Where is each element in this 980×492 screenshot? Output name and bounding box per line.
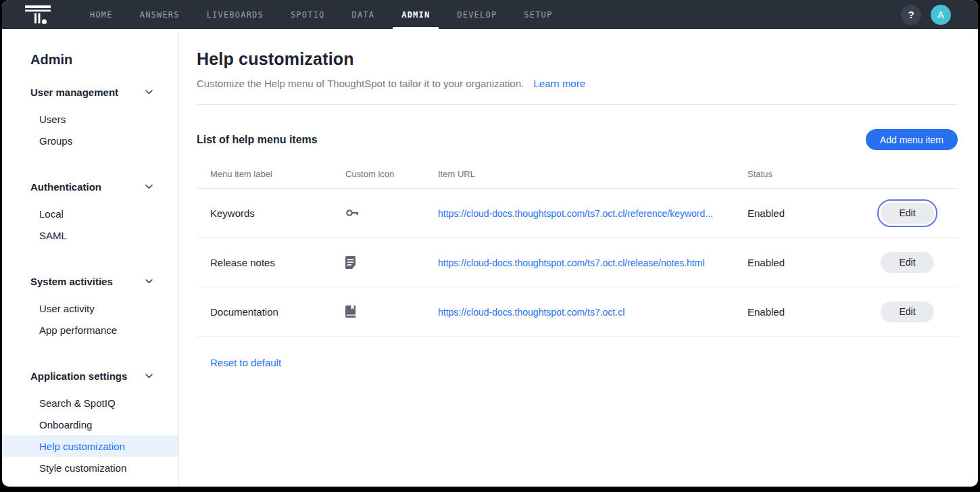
- item-url-link[interactable]: https://cloud-docs.thoughtspot.com/ts7.o…: [438, 257, 705, 268]
- help-button[interactable]: ?: [901, 5, 921, 25]
- page-subtitle: Customize the Help menu of ThoughtSpot t…: [197, 78, 958, 89]
- item-url-link[interactable]: https://cloud-docs.thoughtspot.com/ts7.o…: [438, 208, 713, 219]
- nav-item-setup[interactable]: SETUP: [510, 0, 566, 29]
- sidebar-item-user-activity[interactable]: User activity: [2, 297, 178, 319]
- nav-item-spotiq[interactable]: SPOTIQ: [277, 0, 339, 29]
- avatar[interactable]: A: [931, 5, 951, 25]
- nav-menu: HOME ANSWERS LIVEBOARDS SPOTIQ DATA ADMI…: [76, 0, 566, 29]
- reset-to-default-link[interactable]: Reset to default: [210, 357, 281, 368]
- table-header-row: Menu item label Custom icon Item URL Sta…: [197, 169, 958, 189]
- sidebar-item-style-customization[interactable]: Style customization: [2, 457, 178, 478]
- key-icon: [345, 207, 438, 218]
- nav-item-admin[interactable]: ADMIN: [388, 0, 443, 29]
- sidebar-item-groups[interactable]: Groups: [2, 130, 178, 151]
- sidebar-header-application-settings[interactable]: Application settings: [2, 365, 178, 387]
- nav-item-develop[interactable]: DEVELOP: [443, 0, 510, 29]
- sidebar-title: Admin: [30, 52, 178, 68]
- chevron-down-icon: [145, 374, 153, 378]
- thoughtspot-logo-icon: [23, 3, 53, 27]
- edit-button[interactable]: Edit: [881, 252, 934, 273]
- nav-item-liveboards[interactable]: LIVEBOARDS: [193, 0, 277, 29]
- status-text: Enabled: [748, 207, 869, 219]
- status-text: Enabled: [748, 257, 869, 268]
- edit-button-focus-ring: Edit: [877, 199, 937, 227]
- table-row: Keywords https://cloud-docs.thoughtspot.…: [197, 189, 958, 238]
- col-header-menu-item-label: Menu item label: [210, 169, 345, 179]
- help-menu-table: Menu item label Custom icon Item URL Sta…: [197, 169, 958, 337]
- item-url-link[interactable]: https://cloud-docs.thoughtspot.com/ts7.o…: [438, 307, 624, 318]
- page-title: Help customization: [197, 49, 958, 69]
- nav-item-home[interactable]: HOME: [76, 0, 126, 29]
- sidebar-header-user-management[interactable]: User management: [2, 81, 178, 103]
- col-header-custom-icon: Custom icon: [345, 169, 438, 179]
- sidebar-header-system-activities[interactable]: System activities: [2, 270, 178, 292]
- col-header-status: Status: [748, 169, 869, 179]
- sidebar-item-onboarding[interactable]: Onboarding: [2, 414, 178, 435]
- edit-button[interactable]: Edit: [881, 203, 934, 224]
- book-icon: [345, 305, 438, 318]
- menu-item-label: Release notes: [210, 257, 345, 268]
- menu-item-label: Documentation: [210, 306, 345, 318]
- sidebar-header-authentication[interactable]: Authentication: [2, 176, 178, 197]
- learn-more-link[interactable]: Learn more: [533, 78, 585, 89]
- table-row: Release notes https://cloud-docs.thought…: [197, 238, 958, 287]
- edit-button[interactable]: Edit: [881, 301, 934, 322]
- sidebar-header-label: User management: [30, 87, 118, 98]
- subtitle-text: Customize the Help menu of ThoughtSpot t…: [197, 78, 524, 89]
- nav-item-data[interactable]: DATA: [339, 0, 389, 29]
- main-content: Help customization Customize the Help me…: [179, 29, 978, 487]
- header-divider: [197, 104, 958, 105]
- chevron-down-icon: [145, 279, 153, 284]
- thoughtspot-logo[interactable]: [2, 0, 76, 29]
- chevron-down-icon: [145, 90, 153, 95]
- chevron-down-icon: [145, 184, 153, 189]
- admin-sidebar: Admin User management Users Groups: [2, 29, 179, 487]
- add-menu-item-button[interactable]: Add menu item: [866, 129, 958, 150]
- sidebar-item-search-spotiq[interactable]: Search & SpotIQ: [2, 392, 178, 414]
- sidebar-item-app-performance[interactable]: App performance: [2, 319, 178, 341]
- table-row: Documentation https://cloud-docs.thought…: [197, 287, 958, 337]
- app-window: HOME ANSWERS LIVEBOARDS SPOTIQ DATA ADMI…: [2, 0, 978, 487]
- sidebar-item-help-customization[interactable]: Help customization: [2, 435, 178, 457]
- sidebar-section-authentication: Authentication Local SAML: [2, 176, 178, 246]
- status-text: Enabled: [748, 306, 869, 318]
- sidebar-header-label: System activities: [30, 276, 113, 287]
- list-section-title: List of help menu items: [197, 134, 318, 146]
- sidebar-section-user-management: User management Users Groups: [2, 81, 178, 151]
- window-frame: HOME ANSWERS LIVEBOARDS SPOTIQ DATA ADMI…: [0, 0, 980, 492]
- sidebar-header-label: Authentication: [30, 181, 101, 193]
- sidebar-item-local[interactable]: Local: [2, 203, 178, 224]
- release-notes-icon: [345, 256, 438, 269]
- col-header-item-url: Item URL: [438, 169, 748, 179]
- top-nav-bar: HOME ANSWERS LIVEBOARDS SPOTIQ DATA ADMI…: [2, 0, 978, 29]
- sidebar-section-system-activities: System activities User activity App perf…: [2, 270, 178, 341]
- sidebar-section-application-settings: Application settings Search & SpotIQ Onb…: [2, 365, 178, 478]
- nav-item-answers[interactable]: ANSWERS: [126, 0, 193, 29]
- sidebar-item-users[interactable]: Users: [2, 108, 178, 130]
- nav-right-controls: ? A: [901, 0, 978, 29]
- menu-item-label: Keywords: [210, 207, 345, 219]
- sidebar-header-label: Application settings: [30, 370, 127, 382]
- sidebar-item-saml[interactable]: SAML: [2, 224, 178, 246]
